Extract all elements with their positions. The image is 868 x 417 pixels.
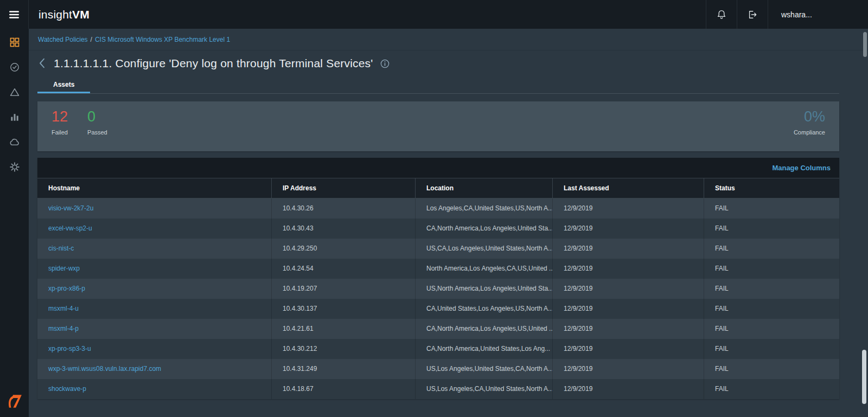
menu-icon	[8, 9, 20, 21]
sidebar-item-cloud[interactable]	[0, 130, 29, 155]
sidebar-item-vulnerabilities[interactable]	[0, 80, 29, 105]
user-menu[interactable]: wshara...	[768, 0, 868, 29]
ip-address-cell: 10.4.21.61	[271, 319, 415, 339]
hostname-cell: shockwave-p	[37, 379, 271, 399]
passed-label: Passed	[87, 129, 107, 136]
sign-out-button[interactable]	[737, 0, 768, 29]
column-header-last-assessed[interactable]: Last Assessed	[552, 178, 704, 198]
location-cell: Los Angeles,CA,United States,US,North A.…	[415, 198, 552, 219]
location-cell: CA,North America,Los Angeles,US,United .…	[415, 319, 552, 339]
ip-address-cell: 10.4.29.250	[271, 239, 415, 259]
hostname-link[interactable]: cis-nist-c	[48, 245, 74, 252]
hostname-link[interactable]: excel-vw-sp2-u	[48, 224, 92, 232]
title-row: 1.1.1.1.1.1. Configure 'Deny log on thro…	[29, 50, 868, 74]
hostname-cell: excel-vw-sp2-u	[37, 219, 271, 239]
status-cell: FAIL	[704, 339, 839, 359]
ip-address-cell: 10.4.30.212	[271, 339, 415, 359]
sidebar-item-dashboard[interactable]	[0, 30, 29, 55]
status-cell: FAIL	[704, 299, 839, 319]
table-toolbar: Manage Columns	[37, 158, 839, 178]
bell-icon	[716, 9, 727, 20]
table-row: msxml-4-p 10.4.21.61 CA,North America,Lo…	[37, 319, 839, 339]
app-logo[interactable]: insightVM	[29, 0, 99, 29]
status-cell: FAIL	[704, 379, 839, 399]
ip-address-cell: 10.4.24.54	[271, 259, 415, 279]
failed-count: 12	[52, 108, 68, 125]
status-cell: FAIL	[704, 359, 839, 379]
hostname-link[interactable]: wxp-3-wmi.wsus08.vuln.lax.rapid7.com	[48, 365, 161, 373]
manage-columns-link[interactable]: Manage Columns	[772, 164, 831, 172]
status-cell: FAIL	[704, 198, 839, 219]
rapid7-logo	[7, 393, 23, 412]
last-assessed-cell: 12/9/2019	[552, 359, 704, 379]
column-header-location[interactable]: Location	[415, 178, 552, 198]
table-body: visio-vw-2k7-2u 10.4.30.26 Los Angeles,C…	[37, 198, 839, 399]
location-cell: US,CA,Los Angeles,United States,North A.…	[415, 239, 552, 259]
rapid7-logo-icon	[7, 393, 23, 409]
tab-assets[interactable]: Assets	[37, 76, 90, 93]
hostname-cell: spider-wxp	[37, 259, 271, 279]
hostname-cell: xp-pro-sp3-3-u	[37, 339, 271, 359]
location-cell: North America,Los Angeles,CA,US,United .…	[415, 259, 552, 279]
hostname-link[interactable]: msxml-4-p	[48, 325, 79, 332]
compliance-percent: 0%	[794, 108, 825, 125]
info-icon	[380, 59, 390, 68]
menu-button[interactable]	[0, 0, 29, 29]
hostname-link[interactable]: xp-pro-x86-p	[48, 285, 85, 292]
column-header-hostname[interactable]: Hostname	[37, 178, 271, 198]
gear-icon	[9, 162, 20, 172]
table-row: msxml-4-u 10.4.30.137 CA,United States,L…	[37, 299, 839, 319]
triangle-icon	[9, 87, 20, 98]
table-scrollbar-thumb[interactable]	[862, 350, 866, 404]
table-row: xp-pro-sp3-3-u 10.4.30.212 CA,North Amer…	[37, 339, 839, 359]
notifications-button[interactable]	[706, 0, 737, 29]
check-circle-icon	[9, 62, 20, 73]
ip-address-cell: 10.4.30.26	[271, 198, 415, 219]
sidebar-item-policies[interactable]	[0, 55, 29, 80]
sidebar-item-settings[interactable]	[0, 155, 29, 179]
location-cell: US,Los Angeles,CA,United States,North A.…	[415, 379, 552, 399]
passed-count: 0	[87, 108, 107, 125]
page-scrollbar-thumb[interactable]	[863, 32, 867, 57]
last-assessed-cell: 12/9/2019	[552, 279, 704, 299]
brand-text-bold: VM	[72, 8, 90, 21]
table-row: xp-pro-x86-p 10.4.19.207 US,North Americ…	[37, 279, 839, 299]
main-content: Watched Policies/CIS Microsoft Windows X…	[29, 29, 868, 417]
ip-address-cell: 10.4.31.249	[271, 359, 415, 379]
summary-card: 12 Failed 0 Passed 0% Compliance	[37, 101, 839, 151]
column-header-status[interactable]: Status	[704, 178, 839, 198]
username-text: wshara...	[781, 10, 812, 19]
passed-metric: 0 Passed	[87, 108, 107, 151]
last-assessed-cell: 12/9/2019	[552, 259, 704, 279]
hostname-link[interactable]: spider-wxp	[48, 265, 80, 272]
column-header-ip-address[interactable]: IP Address	[271, 178, 415, 198]
status-cell: FAIL	[704, 319, 839, 339]
last-assessed-cell: 12/9/2019	[552, 339, 704, 359]
hostname-cell: wxp-3-wmi.wsus08.vuln.lax.rapid7.com	[37, 359, 271, 379]
table-row: shockwave-p 10.4.18.67 US,Los Angeles,CA…	[37, 379, 839, 399]
hostname-link[interactable]: msxml-4-u	[48, 305, 79, 312]
breadcrumb-link-watched-policies[interactable]: Watched Policies	[38, 36, 88, 43]
breadcrumb-link-benchmark[interactable]: CIS Microsoft Windows XP Benchmark Level…	[95, 36, 230, 43]
top-bar: insightVM wshara...	[0, 0, 868, 29]
last-assessed-cell: 12/9/2019	[552, 299, 704, 319]
chevron-left-icon	[39, 57, 46, 69]
topbar-actions: wshara...	[706, 0, 868, 29]
last-assessed-cell: 12/9/2019	[552, 219, 704, 239]
back-button[interactable]	[36, 56, 48, 70]
hostname-cell: xp-pro-x86-p	[37, 279, 271, 299]
hostname-link[interactable]: visio-vw-2k7-2u	[48, 204, 93, 212]
location-cell: US,Los Angeles,United States,CA,North A.…	[415, 359, 552, 379]
location-cell: CA,United States,Los Angeles,US,North A.…	[415, 299, 552, 319]
ip-address-cell: 10.4.19.207	[271, 279, 415, 299]
hostname-link[interactable]: xp-pro-sp3-3-u	[48, 345, 91, 352]
status-cell: FAIL	[704, 219, 839, 239]
last-assessed-cell: 12/9/2019	[552, 379, 704, 399]
hostname-cell: cis-nist-c	[37, 239, 271, 259]
hostname-cell: msxml-4-u	[37, 299, 271, 319]
hostname-link[interactable]: shockwave-p	[48, 385, 86, 393]
failed-label: Failed	[52, 129, 68, 136]
sidebar-item-reports[interactable]	[0, 105, 29, 130]
info-button[interactable]	[380, 59, 390, 68]
last-assessed-cell: 12/9/2019	[552, 319, 704, 339]
